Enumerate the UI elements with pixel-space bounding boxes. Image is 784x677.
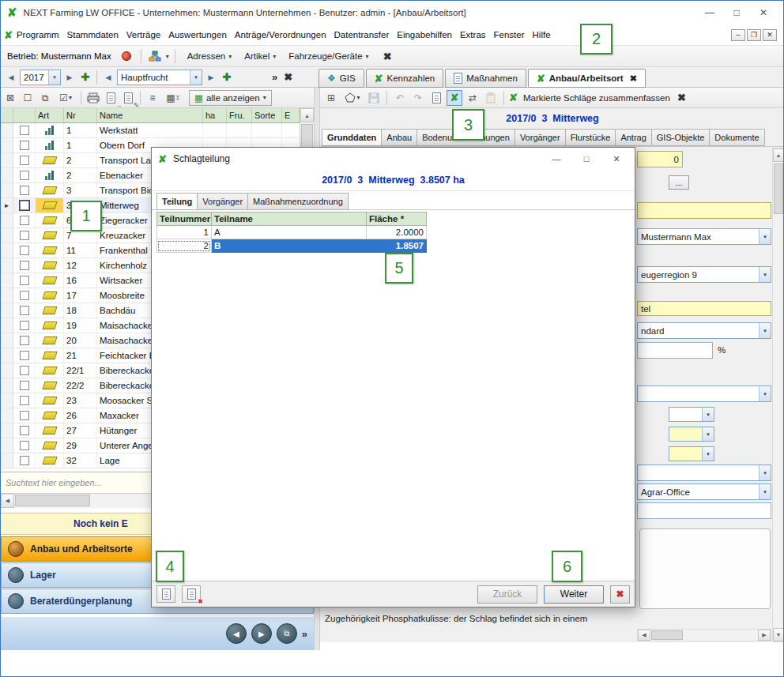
add-crop-button[interactable]: ✚	[220, 71, 234, 83]
form-horizontal-scrollbar[interactable]: ◀ ▶	[637, 629, 771, 641]
menu-item-eingabehilfen[interactable]: Eingabehilfen	[393, 28, 456, 42]
row-selector[interactable]: ▸	[1, 198, 13, 213]
art-cell[interactable]	[36, 273, 64, 288]
erzeugerregion-combo[interactable]: eugerregion 9▾	[637, 266, 771, 283]
row-checkbox-cell[interactable]	[13, 153, 36, 167]
nr-cell[interactable]: 19	[64, 318, 97, 333]
nr-cell[interactable]: 29	[64, 438, 97, 453]
chevron-down-icon[interactable]: ▾	[166, 53, 169, 60]
row-checkbox[interactable]	[20, 291, 29, 300]
scroll-up-icon[interactable]: ▲	[773, 149, 784, 162]
row-checkbox[interactable]	[20, 351, 29, 360]
menu-item-programm[interactable]: Programm	[13, 28, 63, 42]
row-checkbox-cell[interactable]	[13, 303, 36, 318]
row-selector[interactable]	[1, 363, 13, 378]
row-selector[interactable]	[1, 273, 13, 288]
add-grid-icon[interactable]: ⊞	[323, 90, 339, 106]
row-selector[interactable]	[1, 138, 13, 152]
art-cell[interactable]	[36, 453, 64, 468]
more-chevrons-icon[interactable]: »	[302, 628, 307, 640]
row-checkbox-cell[interactable]	[13, 198, 36, 213]
nr-cell[interactable]: 12	[64, 258, 97, 273]
teilnummer-cell[interactable]: 1	[156, 226, 212, 239]
art-cell[interactable]	[36, 363, 64, 378]
row-selector[interactable]	[1, 123, 13, 137]
row-selector[interactable]	[1, 183, 13, 197]
close-action-icon[interactable]: ✖	[677, 92, 686, 103]
art-cell[interactable]	[36, 438, 64, 453]
art-cell[interactable]	[36, 168, 64, 182]
nr-cell[interactable]: 26	[64, 408, 97, 423]
row-checkbox-cell[interactable]	[13, 183, 36, 197]
menu-item-auswertungen[interactable]: Auswertungen	[164, 28, 231, 42]
menu-item-hilfe[interactable]: Hilfe	[529, 28, 555, 42]
tab-antrag[interactable]: Antrag	[616, 129, 651, 146]
row-checkbox-cell[interactable]	[13, 423, 36, 438]
row-checkbox[interactable]	[20, 306, 29, 315]
row-checkbox-cell[interactable]	[13, 453, 36, 468]
row-checkbox[interactable]	[20, 141, 29, 150]
art-cell[interactable]	[36, 213, 64, 228]
nav-back-button[interactable]: ◀	[226, 623, 247, 644]
frucht-cell[interactable]	[227, 123, 252, 137]
art-cell[interactable]	[36, 333, 64, 348]
row-checkbox[interactable]	[20, 156, 29, 165]
mdi-restore-button[interactable]: ❐	[747, 29, 761, 41]
art-cell[interactable]	[36, 123, 64, 137]
tab-gis-objekte[interactable]: GIS-Objekte	[652, 129, 710, 146]
mdi-minimize-button[interactable]: –	[731, 29, 745, 41]
nr-cell[interactable]: 22/1	[64, 363, 97, 378]
print-icon[interactable]	[85, 90, 101, 106]
art-cell[interactable]	[36, 288, 64, 303]
row-checkbox-cell[interactable]	[13, 168, 36, 182]
tab-dokumente[interactable]: Dokumente	[710, 129, 764, 146]
row-selector[interactable]	[1, 168, 13, 182]
small-combo[interactable]: ▾	[669, 407, 714, 422]
row-selector[interactable]	[1, 153, 13, 167]
teil-row-a[interactable]: 1 A 2.0000	[156, 226, 427, 239]
row-selector[interactable]	[1, 438, 13, 453]
produktionsweise-combo[interactable]: ndard▾	[637, 322, 771, 339]
row-checkbox-cell[interactable]	[13, 213, 36, 228]
scrollbar-thumb[interactable]	[774, 164, 783, 214]
scroll-left-icon[interactable]: ◀	[1, 494, 14, 508]
row-selector[interactable]	[1, 393, 13, 408]
dialog-col-teilname[interactable]: Teilname	[212, 212, 367, 226]
view-tab-gis[interactable]: ❖GIS	[318, 69, 364, 88]
scrollbar-thumb[interactable]	[651, 630, 683, 640]
dialog-close-button[interactable]: ✕	[605, 150, 628, 167]
export-document-icon[interactable]: →	[103, 90, 119, 106]
teilname-cell[interactable]: A	[212, 226, 367, 239]
dialog-minimize-button[interactable]: —	[545, 150, 568, 167]
swap-icon[interactable]: ⇄	[465, 90, 481, 106]
row-checkbox-cell[interactable]	[13, 243, 36, 258]
row-checkbox-cell[interactable]	[13, 393, 36, 408]
ha-cell[interactable]	[203, 123, 227, 137]
row-checkbox[interactable]	[20, 186, 29, 195]
art-cell[interactable]	[36, 423, 64, 438]
table-sum-icon[interactable]: ▦Σ	[162, 90, 184, 106]
record-icon[interactable]	[122, 51, 131, 61]
close-button[interactable]: ✕	[750, 3, 777, 22]
checklist-dropdown-icon[interactable]: ☑▾	[55, 90, 77, 106]
add-year-button[interactable]: ✚	[78, 71, 92, 83]
uncheck-all-icon[interactable]: ⊠	[2, 90, 18, 106]
check-none-icon[interactable]: ☐	[20, 90, 36, 106]
tab-anbau[interactable]: Anbau	[382, 129, 417, 146]
small-yellow-combo-1[interactable]: ▾	[669, 427, 714, 442]
next-crop-button[interactable]: ▶	[204, 70, 218, 85]
menu-item-stammdaten[interactable]: Stammdaten	[63, 28, 122, 42]
row-checkbox[interactable]	[20, 366, 29, 375]
row-checkbox[interactable]	[20, 216, 29, 225]
nr-cell[interactable]: 3	[64, 183, 97, 197]
year-select[interactable]: 2017▾	[20, 70, 61, 85]
row-selector[interactable]	[1, 258, 13, 273]
menu-item-fenster[interactable]: Fenster	[490, 28, 529, 42]
menu-item-antr-ge-verordnungen[interactable]: Anträge/Verordnungen	[231, 28, 330, 42]
field-row-werkstatt[interactable]: 1 Werkstatt	[1, 123, 300, 138]
nr-cell[interactable]: 1	[64, 138, 97, 152]
row-selector[interactable]	[1, 423, 13, 438]
row-checkbox[interactable]	[20, 396, 29, 405]
grid-col-art[interactable]: Art	[36, 108, 64, 122]
nav-forward-button[interactable]: ▶	[251, 623, 272, 644]
